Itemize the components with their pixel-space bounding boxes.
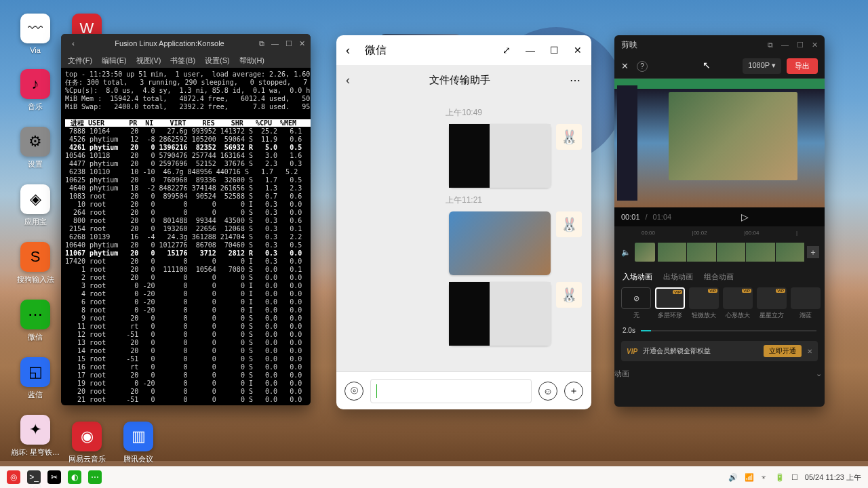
- tab-1[interactable]: 出场动画: [663, 272, 693, 282]
- window-new-icon[interactable]: ⧉: [768, 41, 773, 49]
- vip-logo: VIP: [627, 348, 637, 355]
- taskbar-app[interactable]: ⋯: [88, 470, 102, 484]
- desktop-app[interactable]: ◉ 网易云音乐: [66, 422, 107, 464]
- duration-value: 2.0s: [623, 327, 635, 334]
- tray-icon[interactable]: 📶: [745, 473, 754, 482]
- timeline-clips[interactable]: [658, 243, 804, 262]
- tab-2[interactable]: 组合动画: [704, 272, 734, 282]
- clock[interactable]: 05/24 11:23 上午: [805, 472, 861, 483]
- maximize-icon[interactable]: ☐: [797, 41, 804, 49]
- minimize-icon[interactable]: —: [271, 39, 279, 48]
- tab-0[interactable]: 入场动画: [623, 272, 652, 282]
- menu-item[interactable]: 编辑(E): [102, 56, 127, 66]
- back-icon[interactable]: ‹: [66, 39, 80, 47]
- desktop-app[interactable]: ✦ 崩坏: 星穹铁…: [15, 415, 56, 458]
- window-title: Fusion Linux Application:Konsole: [80, 39, 259, 47]
- effect-item[interactable]: VIP 多层环形: [655, 287, 685, 320]
- minimize-icon[interactable]: —: [526, 45, 535, 56]
- taskbar-app[interactable]: ✂: [47, 470, 61, 484]
- duration-slider[interactable]: [641, 330, 816, 331]
- avatar[interactable]: 🐰: [556, 124, 582, 150]
- cancel-icon[interactable]: ✕: [621, 61, 629, 71]
- menu-item[interactable]: 文件(F): [68, 56, 92, 66]
- desktop-app[interactable]: 〰 Via: [15, 14, 56, 54]
- timestamp: 上午11:21: [346, 195, 582, 206]
- plus-icon[interactable]: ＋: [564, 382, 583, 401]
- more-icon[interactable]: ⋯: [570, 74, 582, 87]
- menu-item[interactable]: 帮助(H): [239, 56, 264, 66]
- expand-icon[interactable]: ⤢: [502, 45, 511, 56]
- vip-text: 开通会员解锁全部权益: [643, 346, 711, 356]
- effect-item[interactable]: VIP 星星立方: [757, 287, 787, 320]
- tray-icon[interactable]: ☐: [791, 473, 798, 482]
- play-icon[interactable]: ▷: [741, 211, 749, 222]
- desktop-app[interactable]: ◈ 应用宝: [15, 184, 56, 227]
- taskbar-app[interactable]: ◎: [7, 470, 20, 484]
- help-icon[interactable]: ?: [637, 61, 648, 72]
- voice-icon[interactable]: ⦾: [344, 382, 363, 401]
- effect-item[interactable]: ⊘ 无: [621, 287, 651, 320]
- tray-icon[interactable]: ᯤ: [761, 473, 768, 481]
- conversation-title: 文件传输助手: [350, 74, 570, 87]
- window-title: 剪映: [621, 39, 637, 51]
- time-current: 00:01: [621, 213, 640, 221]
- timeline-clip[interactable]: [635, 243, 655, 262]
- window-new-icon[interactable]: ⧉: [259, 39, 264, 48]
- close-icon[interactable]: ✕: [807, 348, 812, 355]
- video-preview[interactable]: [614, 79, 825, 207]
- maximize-icon[interactable]: ☐: [285, 39, 292, 48]
- desktop-app[interactable]: ⋯ 微信: [15, 300, 56, 342]
- avatar[interactable]: 🐰: [556, 211, 582, 237]
- taskbar: ◎>_✂◐⋯ 🔊📶ᯤ🔋☐05/24 11:23 上午: [0, 466, 868, 488]
- avatar[interactable]: 🐰: [556, 282, 582, 308]
- tray-icon[interactable]: 🔊: [728, 473, 738, 482]
- menu-item[interactable]: 视图(V): [136, 56, 161, 66]
- vip-upgrade-button[interactable]: 立即开通: [764, 345, 802, 357]
- app-name: 微信: [365, 43, 387, 58]
- message-image[interactable]: [449, 282, 551, 346]
- effect-item[interactable]: VIP 心形放大: [723, 287, 753, 320]
- add-clip-icon[interactable]: ＋: [807, 246, 819, 258]
- taskbar-app[interactable]: ◐: [68, 470, 81, 484]
- message-list[interactable]: 上午10:49 🐰 上午11:21 🐰 🐰: [336, 95, 591, 371]
- close-icon[interactable]: ✕: [812, 41, 818, 49]
- back-icon[interactable]: ‹: [346, 43, 350, 58]
- desktop-app[interactable]: ◱ 蓝信: [15, 357, 56, 400]
- desktop-app[interactable]: ▥ 腾讯会议: [118, 422, 159, 464]
- tray-icon[interactable]: 🔋: [775, 473, 785, 482]
- minimize-icon[interactable]: —: [781, 41, 789, 49]
- close-icon[interactable]: ✕: [574, 45, 582, 56]
- resolution-select[interactable]: 1080P ▾: [743, 58, 781, 74]
- desktop-app[interactable]: ♪ 音乐: [15, 69, 56, 112]
- panel-label: 动画: [614, 369, 629, 379]
- menu-item[interactable]: 设置(S): [205, 56, 230, 66]
- message-image[interactable]: [449, 124, 551, 188]
- message-image[interactable]: [449, 211, 551, 275]
- desktop-app[interactable]: S 搜狗输入法: [15, 242, 56, 285]
- jianying-window: 剪映 ⧉ — ☐ ✕ ✕ ? 1080P ▾ 导出 00:01 / 01:04 …: [614, 35, 825, 407]
- taskbar-app[interactable]: >_: [27, 470, 41, 484]
- message-input[interactable]: [370, 379, 532, 403]
- emoji-icon[interactable]: ☺: [538, 382, 557, 401]
- terminal-output[interactable]: top - 11:23:50 up 51 min, 1 user, load a…: [61, 68, 311, 405]
- konsole-window: ‹ Fusion Linux Application:Konsole ⧉ — ☐…: [61, 34, 311, 405]
- export-button[interactable]: 导出: [787, 58, 818, 74]
- time-total: 01:04: [653, 213, 672, 221]
- maximize-icon[interactable]: ☐: [550, 45, 559, 56]
- wechat-window: ‹ 微信 ⤢ — ☐ ✕ ‹ 文件传输助手 ⋯ 上午10:49 🐰 上午11:2…: [336, 35, 591, 409]
- chevron-down-icon[interactable]: ⌄: [816, 369, 822, 378]
- desktop-app[interactable]: ⚙ 设置: [15, 127, 56, 169]
- timestamp: 上午10:49: [346, 107, 582, 119]
- mute-icon[interactable]: 🔈: [620, 248, 632, 257]
- effect-item[interactable]: VIP 轻微放大: [689, 287, 719, 320]
- effect-item[interactable]: 湖蓝: [791, 287, 821, 320]
- close-icon[interactable]: ✕: [299, 39, 305, 48]
- menu-item[interactable]: 书签(B): [170, 56, 195, 66]
